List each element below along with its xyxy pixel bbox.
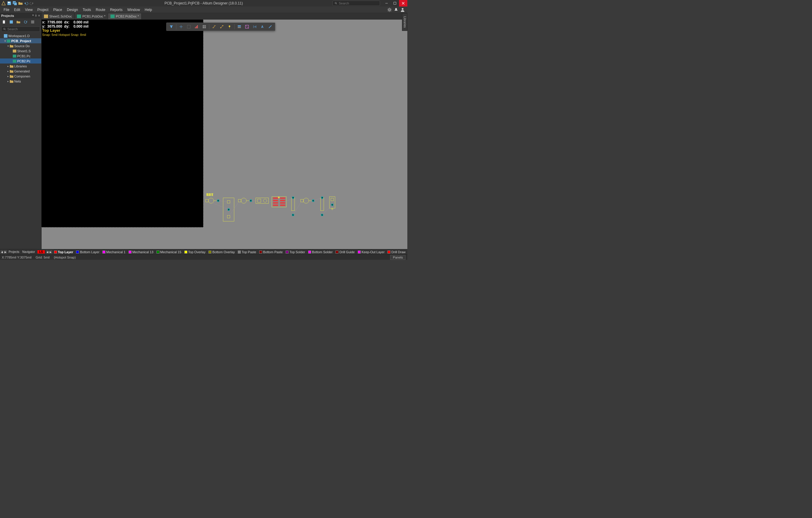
global-search-input[interactable] xyxy=(339,1,378,5)
active-bar[interactable]: 10 A xyxy=(166,23,275,31)
layer-bottom-solder[interactable]: Bottom Solder xyxy=(307,250,334,254)
undo-icon[interactable] xyxy=(24,1,29,6)
layer-drill-draw[interactable]: Drill Draw xyxy=(386,250,407,254)
svg-point-4 xyxy=(335,2,337,4)
save-icon[interactable] xyxy=(7,1,11,6)
body-row: Projects ▾ × Workspace1.D▾PCB_Project▾So… xyxy=(0,13,407,249)
grid-icon[interactable] xyxy=(201,23,208,30)
minitab-projects[interactable]: Projects xyxy=(7,250,21,254)
layer-bottom-layer[interactable]: Bottom Layer xyxy=(75,250,100,254)
panel-dropdown-icon[interactable]: ▾ xyxy=(32,13,34,18)
layer-top-paste[interactable]: Top Paste xyxy=(237,250,257,254)
redo-icon[interactable] xyxy=(29,1,34,6)
layer-drill-guide[interactable]: Drill Guide xyxy=(334,250,356,254)
titlebar: PCB_Project1.PrjPCB - Altium Designer (1… xyxy=(0,0,407,6)
tree-folder-nets[interactable]: ▸Nets xyxy=(0,79,41,84)
panels-button[interactable]: Panels xyxy=(390,255,406,260)
panel-close-icon[interactable]: × xyxy=(38,13,40,18)
compile-icon[interactable] xyxy=(8,19,14,25)
pcb-canvas[interactable]: x: 7785.000 dx: 0.000 mil y: 3075.000 dy… xyxy=(41,20,407,249)
menu-tools[interactable]: Tools xyxy=(81,7,93,12)
layer-bottom-overlay[interactable]: Bottom Overlay xyxy=(207,250,236,254)
svg-text:10: 10 xyxy=(254,26,256,28)
save-all-icon[interactable] xyxy=(12,1,17,6)
tree-workspace[interactable]: Workspace1.D xyxy=(0,33,41,38)
layer-top-layer[interactable]: Top Layer xyxy=(53,250,75,254)
via-icon[interactable] xyxy=(218,23,225,30)
close-button[interactable] xyxy=(399,0,407,6)
tree-folder-libraries[interactable]: ▸Libraries xyxy=(0,63,41,68)
place-cross-icon[interactable] xyxy=(178,23,185,30)
projects-search-box[interactable] xyxy=(1,26,40,32)
layer-mechanical-1[interactable]: Mechanical 1 xyxy=(101,250,127,254)
menu-reports[interactable]: Reports xyxy=(108,7,125,12)
user-icon[interactable] xyxy=(400,7,405,12)
layer-bottom-paste[interactable]: Bottom Paste xyxy=(258,250,284,254)
gear-icon[interactable] xyxy=(387,7,392,12)
dimension-icon[interactable]: 10 xyxy=(251,23,258,30)
svg-rect-40 xyxy=(238,26,241,27)
menu-project[interactable]: Project xyxy=(35,7,51,12)
hud-snap: Snap: 5mil Hotspot Snap: 8mil xyxy=(42,33,88,37)
hud-coords-y: y: 3075.000 dy: 0.000 mil xyxy=(42,24,88,29)
layer-top-overlay[interactable]: Top Overlay xyxy=(183,250,207,254)
layer-nav-first[interactable]: ◀ xyxy=(1,250,3,254)
align-icon[interactable] xyxy=(193,23,200,30)
global-search-box[interactable] xyxy=(332,1,380,6)
ls-chip[interactable]: LS xyxy=(37,250,45,254)
open-project-icon[interactable] xyxy=(16,19,21,25)
menu-view[interactable]: View xyxy=(23,7,35,12)
menu-help[interactable]: Help xyxy=(142,7,154,12)
minitab-navigator[interactable]: Navigator xyxy=(21,250,36,254)
selection-rect-icon[interactable] xyxy=(185,23,193,30)
maximize-button[interactable] xyxy=(391,0,399,6)
filter-icon[interactable] xyxy=(168,23,175,30)
menu-edit[interactable]: Edit xyxy=(11,7,23,12)
open-folder-icon[interactable] xyxy=(18,1,23,6)
layer-scroll-left[interactable]: ◀ xyxy=(46,250,49,254)
menu-file[interactable]: File xyxy=(1,7,11,12)
tree-source[interactable]: ▾Source Do xyxy=(0,44,41,48)
route-icon[interactable] xyxy=(210,23,218,30)
panel-pin-icon[interactable] xyxy=(34,13,37,18)
layer-top-solder[interactable]: Top Solder xyxy=(284,250,307,254)
libraries-dock-tab[interactable]: Libraries xyxy=(402,13,407,31)
svg-rect-26 xyxy=(111,15,115,18)
refresh-icon[interactable] xyxy=(23,19,29,25)
bell-icon[interactable] xyxy=(394,7,399,12)
text-icon[interactable]: A xyxy=(259,23,266,30)
tab-sheet1-schdoc[interactable]: Sheet1.SchDoc xyxy=(41,13,75,19)
layer-mechanical-13[interactable]: Mechanical 13 xyxy=(127,250,155,254)
projects-search-input[interactable] xyxy=(7,27,38,31)
menu-design[interactable]: Design xyxy=(64,7,80,12)
tree-project[interactable]: ▾PCB_Project xyxy=(0,38,41,44)
highlight-icon[interactable] xyxy=(226,23,233,30)
menu-route[interactable]: Route xyxy=(93,7,108,12)
line-tool-icon[interactable] xyxy=(267,23,274,30)
svg-rect-1 xyxy=(8,2,10,3)
projects-panel: Projects ▾ × Workspace1.D▾PCB_Project▾So… xyxy=(0,13,41,249)
projects-tree[interactable]: Workspace1.D▾PCB_Project▾Source DoSheet1… xyxy=(0,33,41,249)
layer-view-icon[interactable] xyxy=(236,23,243,30)
tab-pcb2-pcbdoc[interactable]: PCB2.PcbDoc * xyxy=(108,13,142,19)
tree-file-sheet1[interactable]: Sheet1.S xyxy=(0,48,41,53)
layer-keep-out-layer[interactable]: Keep-Out Layer xyxy=(356,250,386,254)
minimize-button[interactable] xyxy=(382,0,391,6)
hud: x: 7785.000 dx: 0.000 mil y: 3075.000 dy… xyxy=(42,20,88,37)
tree-file-pcb2[interactable]: PCB2.Pc xyxy=(0,58,41,63)
layer-scroll-right[interactable]: ▶ xyxy=(49,250,52,254)
panel-options-icon[interactable] xyxy=(30,19,36,25)
tree-folder-generated[interactable]: ▸Generated xyxy=(0,68,41,74)
tree-file-pcb1[interactable]: PCB1.Pc xyxy=(0,53,41,58)
svg-rect-31 xyxy=(196,26,197,28)
layer-nav-prev[interactable]: ▶ xyxy=(4,250,6,254)
layer-mechanical-15[interactable]: Mechanical 15 xyxy=(155,250,182,254)
svg-line-43 xyxy=(245,25,249,29)
tree-folder-componen[interactable]: ▸Componen xyxy=(0,74,41,79)
board-icon[interactable] xyxy=(243,23,251,30)
tab-pcb1-pcbdoc[interactable]: PCB1.PcbDoc * xyxy=(75,13,108,19)
menu-place[interactable]: Place xyxy=(51,7,64,12)
layer-bar[interactable]: ◀▶ProjectsNavigatorLS◀▶Top LayerBottom L… xyxy=(0,249,407,254)
new-doc-icon[interactable] xyxy=(1,19,7,25)
menu-window[interactable]: Window xyxy=(125,7,143,12)
